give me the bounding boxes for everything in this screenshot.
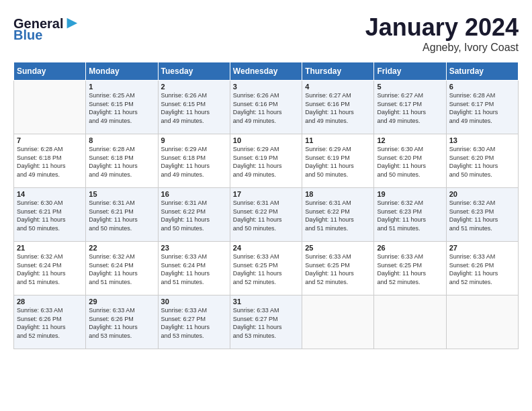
day-header-friday: Friday [374,62,446,81]
day-info: Sunrise: 6:33 AM Sunset: 6:24 PM Dayligh… [161,253,227,286]
day-info: Sunrise: 6:26 AM Sunset: 6:15 PM Dayligh… [161,91,227,125]
day-info: Sunrise: 6:30 AM Sunset: 6:20 PM Dayligh… [449,145,515,179]
calendar-cell: 18Sunrise: 6:31 AM Sunset: 6:22 PM Dayli… [302,188,374,242]
day-number: 28 [17,298,83,306]
logo-arrow-icon: ► [63,12,81,32]
week-row-4: 21Sunrise: 6:32 AM Sunset: 6:24 PM Dayli… [14,242,519,295]
calendar-cell: 1Sunrise: 6:25 AM Sunset: 6:15 PM Daylig… [86,81,158,134]
day-info: Sunrise: 6:28 AM Sunset: 6:18 PM Dayligh… [17,145,83,179]
calendar-cell: 5Sunrise: 6:27 AM Sunset: 6:17 PM Daylig… [374,81,446,134]
day-number: 3 [233,83,299,91]
day-number: 19 [377,190,443,198]
calendar-cell: 27Sunrise: 6:33 AM Sunset: 6:26 PM Dayli… [446,242,518,295]
day-info: Sunrise: 6:32 AM Sunset: 6:24 PM Dayligh… [89,253,154,286]
day-number: 17 [233,190,299,198]
calendar-cell: 14Sunrise: 6:30 AM Sunset: 6:21 PM Dayli… [14,188,86,242]
calendar-cell: 12Sunrise: 6:30 AM Sunset: 6:20 PM Dayli… [374,134,446,188]
calendar-cell [446,295,518,349]
day-header-sunday: Sunday [14,62,86,81]
day-info: Sunrise: 6:32 AM Sunset: 6:23 PM Dayligh… [377,199,443,232]
week-row-2: 7Sunrise: 6:28 AM Sunset: 6:18 PM Daylig… [14,134,519,188]
day-info: Sunrise: 6:28 AM Sunset: 6:17 PM Dayligh… [449,91,515,125]
day-info: Sunrise: 6:33 AM Sunset: 6:26 PM Dayligh… [17,306,83,340]
calendar-cell: 8Sunrise: 6:28 AM Sunset: 6:18 PM Daylig… [86,134,158,188]
calendar-cell: 29Sunrise: 6:33 AM Sunset: 6:26 PM Dayli… [86,295,158,349]
day-info: Sunrise: 6:29 AM Sunset: 6:19 PM Dayligh… [233,145,299,179]
day-number: 18 [305,190,371,198]
day-number: 15 [89,190,154,198]
day-info: Sunrise: 6:33 AM Sunset: 6:26 PM Dayligh… [449,253,515,286]
calendar-cell: 6Sunrise: 6:28 AM Sunset: 6:17 PM Daylig… [446,81,518,134]
day-number: 6 [449,83,515,91]
calendar-cell: 25Sunrise: 6:33 AM Sunset: 6:25 PM Dayli… [302,242,374,295]
calendar-table: SundayMondayTuesdayWednesdayThursdayFrid… [13,62,519,349]
day-header-thursday: Thursday [302,62,374,81]
header-row: SundayMondayTuesdayWednesdayThursdayFrid… [14,62,519,81]
day-number: 30 [161,298,227,306]
day-info: Sunrise: 6:33 AM Sunset: 6:25 PM Dayligh… [377,253,443,286]
subtitle: Agneby, Ivory Coast [365,42,519,54]
day-info: Sunrise: 6:31 AM Sunset: 6:22 PM Dayligh… [305,199,371,232]
day-number: 23 [161,244,227,252]
day-number: 10 [233,136,299,144]
day-info: Sunrise: 6:33 AM Sunset: 6:25 PM Dayligh… [305,253,371,286]
day-number: 21 [17,244,83,252]
calendar-cell: 30Sunrise: 6:33 AM Sunset: 6:27 PM Dayli… [158,295,230,349]
week-row-3: 14Sunrise: 6:30 AM Sunset: 6:21 PM Dayli… [14,188,519,242]
calendar-cell: 26Sunrise: 6:33 AM Sunset: 6:25 PM Dayli… [374,242,446,295]
day-info: Sunrise: 6:31 AM Sunset: 6:21 PM Dayligh… [89,199,154,232]
calendar-cell: 23Sunrise: 6:33 AM Sunset: 6:24 PM Dayli… [158,242,230,295]
day-info: Sunrise: 6:33 AM Sunset: 6:27 PM Dayligh… [161,306,227,340]
calendar-cell: 11Sunrise: 6:29 AM Sunset: 6:19 PM Dayli… [302,134,374,188]
day-info: Sunrise: 6:26 AM Sunset: 6:16 PM Dayligh… [233,91,299,125]
day-number: 4 [305,83,371,91]
day-info: Sunrise: 6:33 AM Sunset: 6:26 PM Dayligh… [89,306,154,340]
calendar-cell [374,295,446,349]
week-row-5: 28Sunrise: 6:33 AM Sunset: 6:26 PM Dayli… [14,295,519,349]
day-header-saturday: Saturday [446,62,518,81]
calendar-cell: 28Sunrise: 6:33 AM Sunset: 6:26 PM Dayli… [14,295,86,349]
calendar-cell: 16Sunrise: 6:31 AM Sunset: 6:22 PM Dayli… [158,188,230,242]
day-info: Sunrise: 6:33 AM Sunset: 6:25 PM Dayligh… [233,253,299,286]
day-number: 9 [161,136,227,144]
calendar-cell: 2Sunrise: 6:26 AM Sunset: 6:15 PM Daylig… [158,81,230,134]
week-row-1: 1Sunrise: 6:25 AM Sunset: 6:15 PM Daylig… [14,81,519,134]
calendar-cell: 7Sunrise: 6:28 AM Sunset: 6:18 PM Daylig… [14,134,86,188]
day-info: Sunrise: 6:30 AM Sunset: 6:20 PM Dayligh… [377,145,443,179]
header: General► Blue January 2024 Agneby, Ivory… [13,13,519,54]
title-area: January 2024 Agneby, Ivory Coast [365,13,519,54]
page: General► Blue January 2024 Agneby, Ivory… [0,0,532,356]
day-info: Sunrise: 6:31 AM Sunset: 6:22 PM Dayligh… [161,199,227,232]
day-number: 11 [305,136,371,144]
day-number: 16 [161,190,227,198]
day-info: Sunrise: 6:32 AM Sunset: 6:23 PM Dayligh… [449,199,515,232]
day-number: 2 [161,83,227,91]
day-number: 5 [377,83,443,91]
day-info: Sunrise: 6:27 AM Sunset: 6:16 PM Dayligh… [305,91,371,125]
day-number: 7 [17,136,83,144]
day-number: 13 [449,136,515,144]
calendar-cell: 9Sunrise: 6:29 AM Sunset: 6:18 PM Daylig… [158,134,230,188]
calendar-cell: 24Sunrise: 6:33 AM Sunset: 6:25 PM Dayli… [230,242,302,295]
day-header-monday: Monday [86,62,158,81]
calendar-cell: 20Sunrise: 6:32 AM Sunset: 6:23 PM Dayli… [446,188,518,242]
logo: General► Blue [13,13,81,42]
day-info: Sunrise: 6:32 AM Sunset: 6:24 PM Dayligh… [17,253,83,286]
day-info: Sunrise: 6:30 AM Sunset: 6:21 PM Dayligh… [17,199,83,232]
day-number: 27 [449,244,515,252]
calendar-cell: 3Sunrise: 6:26 AM Sunset: 6:16 PM Daylig… [230,81,302,134]
calendar-cell [302,295,374,349]
calendar-cell: 10Sunrise: 6:29 AM Sunset: 6:19 PM Dayli… [230,134,302,188]
day-info: Sunrise: 6:29 AM Sunset: 6:19 PM Dayligh… [305,145,371,179]
day-number: 24 [233,244,299,252]
calendar-cell: 4Sunrise: 6:27 AM Sunset: 6:16 PM Daylig… [302,81,374,134]
calendar-cell: 13Sunrise: 6:30 AM Sunset: 6:20 PM Dayli… [446,134,518,188]
day-info: Sunrise: 6:25 AM Sunset: 6:15 PM Dayligh… [89,91,154,125]
calendar-cell: 17Sunrise: 6:31 AM Sunset: 6:22 PM Dayli… [230,188,302,242]
calendar-cell: 15Sunrise: 6:31 AM Sunset: 6:21 PM Dayli… [86,188,158,242]
calendar-cell: 31Sunrise: 6:33 AM Sunset: 6:27 PM Dayli… [230,295,302,349]
day-number: 31 [233,298,299,306]
calendar-cell: 19Sunrise: 6:32 AM Sunset: 6:23 PM Dayli… [374,188,446,242]
calendar-cell: 22Sunrise: 6:32 AM Sunset: 6:24 PM Dayli… [86,242,158,295]
day-number: 1 [89,83,154,91]
